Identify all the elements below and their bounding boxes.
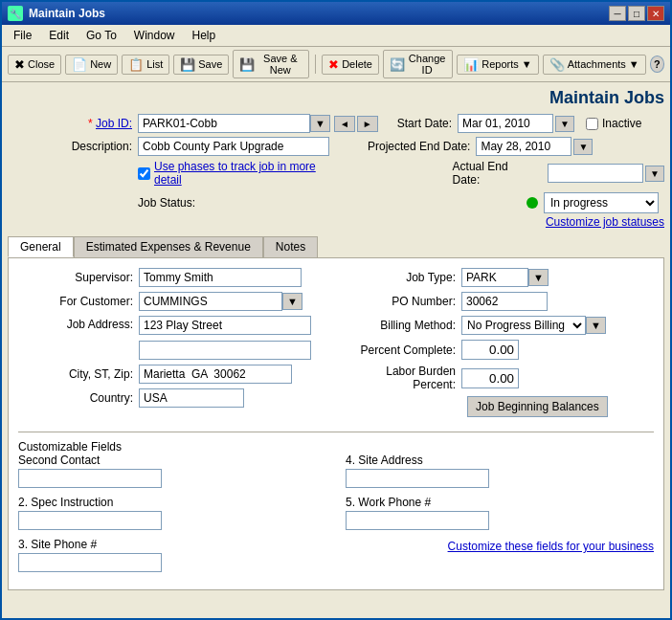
- custom-col-left: Second Contact 2. Spec Instruction: [18, 454, 326, 580]
- tab-estimated[interactable]: Estimated Expenses & Revenue: [74, 236, 263, 257]
- job-address-input[interactable]: [139, 316, 311, 335]
- billing-method-select[interactable]: No Progress Billing Progress Billing Beg…: [461, 316, 586, 335]
- job-id-row: * Job ID: ▼ ◄ ► Start Date: ▼: [8, 114, 664, 133]
- close-window-button[interactable]: ✕: [647, 6, 664, 21]
- customize-fields-link[interactable]: Customize these fields for your business: [448, 540, 654, 553]
- help-button[interactable]: ?: [650, 55, 664, 73]
- city-row: City, ST, Zip:: [18, 365, 331, 384]
- nav-next-button[interactable]: ►: [357, 116, 378, 132]
- description-input[interactable]: [138, 137, 329, 156]
- attachments-button[interactable]: 📎 Attachments ▼: [543, 55, 646, 75]
- job-address2-input[interactable]: [139, 341, 311, 360]
- job-type-field: ▼: [461, 268, 549, 287]
- custom-field-3-input[interactable]: [18, 553, 162, 572]
- start-date-input[interactable]: [458, 114, 553, 133]
- app-icon: 🔧: [8, 6, 23, 21]
- status-select[interactable]: In progress: [544, 192, 659, 213]
- minimize-button[interactable]: ─: [609, 6, 626, 21]
- reports-button[interactable]: 📊 Reports ▼: [457, 55, 538, 75]
- custom-fields-grid: Second Contact 2. Spec Instruction: [18, 454, 654, 580]
- labor-burden-input[interactable]: [461, 368, 519, 388]
- form-area: * Job ID: ▼ ◄ ► Start Date: ▼: [8, 114, 664, 213]
- billing-method-label: Billing Method:: [341, 319, 456, 332]
- delete-button[interactable]: ✖ Delete: [322, 55, 379, 75]
- projected-end-input[interactable]: [476, 137, 571, 156]
- inactive-label: Inactive: [602, 117, 641, 130]
- po-number-input[interactable]: [461, 292, 548, 311]
- customer-field: ▼: [139, 292, 302, 311]
- inactive-checkbox[interactable]: [586, 118, 598, 130]
- projected-end-field: ▼: [476, 137, 593, 156]
- city-label: City, ST, Zip:: [18, 367, 133, 381]
- customize-statuses-link[interactable]: Customize job statuses: [546, 215, 664, 229]
- job-type-label: Job Type:: [341, 271, 456, 284]
- custom-field-5-input[interactable]: [346, 511, 489, 530]
- window-controls: ─ □ ✕: [609, 6, 664, 21]
- menu-help[interactable]: Help: [185, 27, 224, 44]
- menu-file[interactable]: File: [6, 27, 39, 44]
- custom-field-4-input[interactable]: [346, 469, 489, 488]
- list-button[interactable]: 📋 List: [122, 55, 169, 75]
- menu-window[interactable]: Window: [126, 27, 183, 44]
- labor-burden-label: Labor Burden Percent:: [341, 365, 456, 391]
- actual-end-label: Actual End Date:: [453, 160, 539, 187]
- attachments-dropdown-icon: ▼: [629, 58, 639, 70]
- tab-general[interactable]: General: [8, 236, 74, 257]
- page-title: Maintain Jobs: [8, 88, 664, 108]
- labor-burden-row: Labor Burden Percent:: [341, 365, 654, 391]
- custom-field-1-label: Second Contact: [18, 454, 326, 467]
- tab-notes[interactable]: Notes: [263, 236, 318, 257]
- job-status-row: Job Status: In progress: [8, 192, 659, 213]
- job-type-input[interactable]: [461, 268, 528, 287]
- custom-field-1-input[interactable]: [18, 469, 162, 488]
- custom-field-5: 5. Work Phone #: [346, 496, 654, 530]
- start-date-picker-button[interactable]: ▼: [555, 116, 574, 132]
- save-new-button[interactable]: 💾 Save & New: [233, 50, 309, 78]
- supervisor-input[interactable]: [139, 268, 302, 287]
- customer-dropdown-button[interactable]: ▼: [282, 293, 302, 310]
- change-id-button[interactable]: 🔄 Change ID: [383, 50, 453, 78]
- billing-dropdown-button[interactable]: ▼: [586, 317, 606, 334]
- change-id-icon: 🔄: [390, 57, 405, 72]
- actual-end-picker-button[interactable]: ▼: [645, 166, 664, 182]
- menu-bar: File Edit Go To Window Help: [2, 25, 670, 47]
- custom-field-4: 4. Site Address: [346, 454, 654, 488]
- custom-field-2-input[interactable]: [18, 511, 162, 530]
- attachments-icon: 📎: [549, 57, 565, 72]
- status-indicator: [526, 197, 538, 209]
- job-beginning-balances-button[interactable]: Job Beginning Balances: [467, 396, 608, 417]
- billing-method-field: No Progress Billing Progress Billing Beg…: [461, 316, 606, 335]
- maximize-button[interactable]: □: [628, 6, 645, 21]
- job-id-dropdown-button[interactable]: ▼: [310, 115, 330, 132]
- percent-complete-input[interactable]: [461, 340, 519, 360]
- custom-field-4-label: 4. Site Address: [346, 454, 654, 467]
- close-button[interactable]: ✖ Close: [8, 55, 61, 75]
- new-button[interactable]: 📄 New: [65, 55, 118, 75]
- nav-prev-button[interactable]: ◄: [334, 116, 355, 132]
- close-icon: ✖: [14, 57, 25, 72]
- menu-edit[interactable]: Edit: [41, 27, 77, 44]
- start-date-label: Start Date:: [397, 117, 452, 130]
- inactive-checkbox-row: Inactive: [586, 117, 641, 130]
- customer-input[interactable]: [139, 292, 282, 311]
- custom-field-1: Second Contact: [18, 454, 326, 488]
- phases-checkbox[interactable]: [138, 167, 150, 180]
- phases-link[interactable]: Use phases to track job in more detail: [154, 160, 346, 187]
- job-id-label: * Job ID:: [8, 117, 132, 130]
- custom-field-2-label: 2. Spec Instruction: [18, 496, 326, 509]
- job-address-row: Job Address:: [18, 316, 331, 360]
- phases-row: Use phases to track job in more detail A…: [138, 160, 664, 187]
- status-row: In progress: [526, 192, 659, 213]
- actual-end-input[interactable]: [548, 164, 643, 183]
- job-id-input[interactable]: [138, 114, 310, 133]
- country-label: Country:: [18, 391, 133, 405]
- country-input[interactable]: [139, 388, 244, 408]
- city-input[interactable]: [139, 365, 292, 384]
- menu-goto[interactable]: Go To: [78, 27, 124, 44]
- job-id-link[interactable]: Job ID:: [96, 117, 132, 130]
- save-button[interactable]: 💾 Save: [173, 55, 229, 75]
- customizable-section: Customizable Fields Second Contact 2. Sp…: [18, 432, 654, 580]
- projected-end-picker-button[interactable]: ▼: [573, 139, 593, 155]
- job-type-dropdown-button[interactable]: ▼: [528, 269, 549, 286]
- new-icon: 📄: [72, 57, 87, 72]
